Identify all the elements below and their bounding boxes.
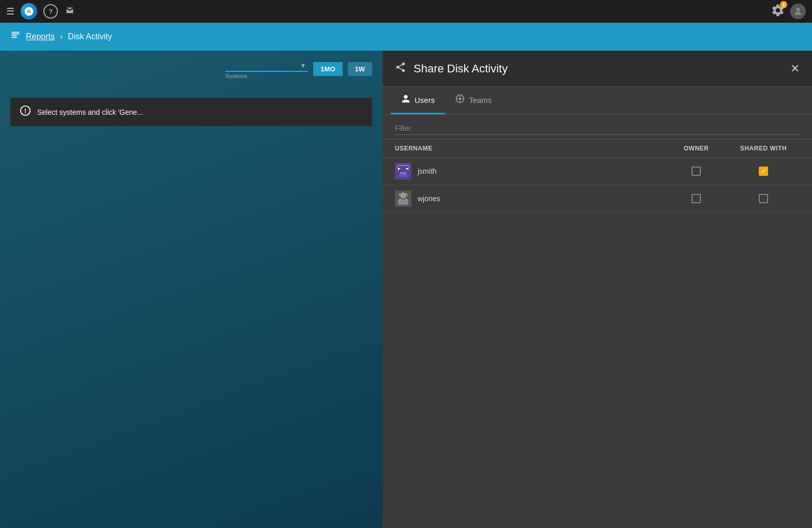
users-table: jsmith: [382, 158, 812, 528]
svg-point-0: [796, 8, 800, 11]
table-header: USERNAME OWNER SHARED WITH: [382, 140, 812, 158]
avatar-jsmith: [395, 163, 411, 179]
systems-select-wrapper: ▼ Systems: [225, 59, 308, 79]
alert-message: Select systems and click 'Gene...: [37, 108, 143, 116]
main-content: ▼ Systems 1MO 1W ! Select systems and cl…: [0, 51, 382, 528]
username-jsmith: jsmith: [418, 167, 437, 175]
avatar-wjones: [395, 190, 411, 207]
svg-rect-15: [399, 169, 400, 170]
time-1w-button[interactable]: 1W: [348, 62, 373, 76]
svg-point-8: [459, 100, 461, 101]
time-1mo-button[interactable]: 1MO: [313, 62, 342, 76]
breadcrumb-current-page: Disk Activity: [68, 32, 112, 41]
owner-cb-jsmith[interactable]: [692, 167, 701, 176]
shared-cb-wjones[interactable]: [759, 194, 768, 203]
svg-rect-26: [399, 195, 400, 196]
svg-rect-25: [406, 193, 407, 195]
breadcrumb-separator: ›: [60, 32, 63, 41]
svg-point-4: [459, 98, 462, 100]
dialog-header: Share Disk Activity ✕: [382, 51, 812, 87]
col-header-owner: OWNER: [665, 145, 727, 152]
tab-teams[interactable]: Teams: [445, 87, 502, 114]
filter-row: [382, 115, 812, 140]
teams-tab-label: Teams: [469, 96, 492, 104]
controls-row: ▼ Systems 1MO 1W: [0, 51, 382, 87]
svg-point-22: [399, 199, 401, 201]
breadcrumb-bar: Reports › Disk Activity: [0, 23, 812, 51]
nav-share-icon[interactable]: [64, 5, 75, 19]
dialog-title: Share Disk Activity: [413, 62, 783, 76]
share-icon: [395, 62, 406, 76]
notification-badge: 1: [780, 1, 787, 8]
col-header-shared: SHARED WITH: [727, 145, 800, 152]
hamburger-menu-icon[interactable]: ☰: [6, 6, 14, 17]
teams-tab-icon: [455, 94, 465, 105]
breadcrumb-reports-link[interactable]: Reports: [26, 32, 55, 41]
svg-point-6: [462, 98, 463, 99]
svg-rect-12: [408, 166, 409, 168]
owner-checkbox-jsmith[interactable]: [665, 167, 727, 176]
systems-label: Systems: [225, 73, 308, 79]
help-icon[interactable]: ?: [43, 4, 58, 19]
dialog-tabs: Users Teams: [382, 87, 812, 115]
user-cell-wjones: wjones: [395, 190, 665, 207]
svg-rect-16: [407, 169, 408, 170]
shared-checkbox-wjones[interactable]: [727, 194, 800, 203]
owner-checkbox-wjones[interactable]: [665, 194, 727, 203]
alert-box: ! Select systems and click 'Gene...: [10, 98, 372, 126]
svg-text:!: !: [24, 108, 26, 115]
logo-icon[interactable]: [21, 3, 37, 20]
svg-rect-27: [407, 195, 408, 196]
tab-users[interactable]: Users: [391, 87, 445, 114]
svg-point-23: [405, 199, 407, 201]
svg-rect-17: [400, 172, 406, 174]
svg-point-7: [459, 96, 461, 97]
svg-rect-24: [399, 193, 401, 195]
filter-input[interactable]: [395, 122, 800, 135]
users-tab-icon: [401, 94, 410, 105]
users-tab-label: Users: [415, 96, 435, 104]
topbar: ☰ ? 1: [0, 0, 812, 23]
table-row: jsmith: [382, 158, 812, 185]
share-dialog: Share Disk Activity ✕ Users: [382, 51, 812, 528]
alert-info-icon: !: [20, 105, 31, 119]
username-wjones: wjones: [418, 194, 440, 203]
col-header-username: USERNAME: [395, 145, 665, 152]
shared-cb-jsmith[interactable]: [759, 167, 768, 176]
svg-rect-18: [399, 174, 407, 177]
systems-dropdown[interactable]: [225, 59, 308, 72]
user-avatar[interactable]: [790, 4, 806, 19]
topbar-right: 1: [771, 3, 806, 20]
svg-point-5: [457, 98, 458, 99]
close-dialog-button[interactable]: ✕: [790, 62, 800, 76]
user-cell-jsmith: jsmith: [395, 163, 665, 179]
owner-cb-wjones[interactable]: [692, 194, 701, 203]
breadcrumb-reports-icon: [10, 31, 21, 43]
settings-icon[interactable]: 1: [771, 3, 785, 20]
topbar-left: ☰ ?: [6, 3, 75, 20]
shared-checkbox-jsmith[interactable]: [727, 167, 800, 176]
svg-rect-10: [398, 165, 408, 166]
svg-point-20: [400, 192, 406, 199]
svg-rect-11: [397, 166, 398, 168]
table-row: wjones: [382, 185, 812, 213]
